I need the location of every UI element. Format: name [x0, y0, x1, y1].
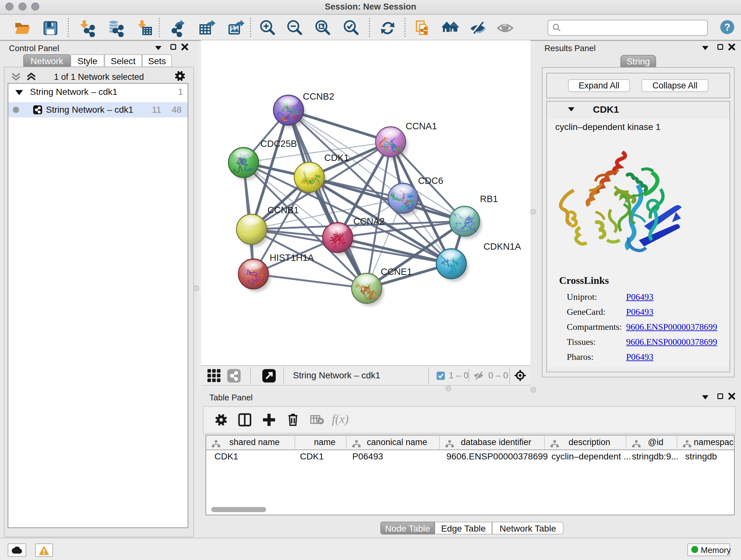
svg-text:CDK1: CDK1 — [324, 152, 349, 163]
svg-text:CCNA2: CCNA2 — [353, 216, 385, 226]
svg-text:CCNB1: CCNB1 — [267, 205, 299, 215]
svg-text:?: ? — [724, 22, 731, 33]
svg-text:CDKN1A: CDKN1A — [483, 241, 521, 252]
svg-text:CCNA1: CCNA1 — [406, 121, 437, 131]
svg-text:CDC25B: CDC25B — [260, 138, 297, 149]
svg-text:CCNB2: CCNB2 — [303, 91, 334, 102]
svg-text:RB1: RB1 — [480, 194, 498, 204]
svg-text:CDC6: CDC6 — [418, 176, 443, 186]
svg-text:HIST1H1A: HIST1H1A — [270, 253, 314, 263]
svg-text:CCNE1: CCNE1 — [381, 266, 412, 277]
